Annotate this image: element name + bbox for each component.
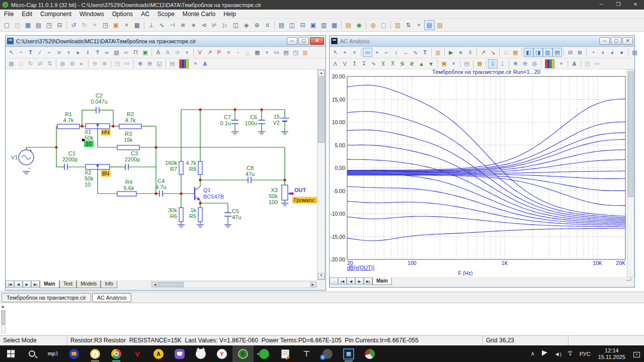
component-label[interactable]: 50k <box>85 175 94 182</box>
show-pin-connections-icon[interactable]: ◦ <box>233 48 243 57</box>
text-mode-icon[interactable]: T <box>26 48 35 57</box>
stepping-icon[interactable]: ⇅ <box>403 20 414 30</box>
go-left-icon[interactable]: ≶ <box>397 59 407 68</box>
menu-help[interactable]: Help <box>219 10 240 18</box>
tile-vertical-icon[interactable]: ◫ <box>287 20 297 30</box>
doc-tab[interactable]: Темброблок на транзисторе.cir <box>2 293 91 302</box>
rotate-part-icon[interactable]: ↻ <box>26 59 35 68</box>
first-page-button[interactable]: |◀ <box>6 281 14 288</box>
menu-monte-carlo[interactable]: Monte Carlo <box>179 10 219 18</box>
menu-options[interactable]: Options <box>108 10 137 18</box>
split-window-icon[interactable]: ▥ <box>318 20 329 30</box>
region-enable-icon[interactable]: ▧ <box>112 48 121 57</box>
show-conditions-icon[interactable]: × <box>224 48 233 57</box>
copy-icon[interactable]: ◳ <box>100 20 111 30</box>
show-power-icon[interactable]: P <box>214 48 224 57</box>
cascade-windows-icon[interactable]: ▤ <box>276 20 287 30</box>
cursor-vertical-icon[interactable]: ▥ <box>543 48 552 57</box>
rotate-3d-icon[interactable]: ◍ <box>368 20 378 30</box>
pan-menu-icon[interactable]: ▾ <box>350 48 359 57</box>
close-icon[interactable]: ✕ <box>622 37 633 45</box>
restore-icon[interactable]: ▢ <box>298 37 309 45</box>
close-icon[interactable]: ✕ <box>310 37 324 45</box>
component-label[interactable]: X1 <box>85 129 91 135</box>
menu-edit[interactable]: Edit <box>18 10 36 18</box>
browse-menu-icon[interactable]: ▾ <box>182 48 192 57</box>
close-panel-icon[interactable]: x <box>2 304 4 309</box>
nav-stop-icon[interactable]: ⊗ <box>100 59 109 68</box>
print-icon[interactable]: ⊟ <box>54 20 65 30</box>
schematic-hscrollbar[interactable]: ◀ ▶ <box>151 281 317 288</box>
component-label[interactable]: R4 <box>125 179 132 185</box>
select-mode-icon[interactable]: ↖ <box>7 48 16 57</box>
taskbar-yellow-triangle-app-icon[interactable]: A <box>148 345 169 362</box>
time-ruler-icon[interactable]: ▦ <box>475 59 485 68</box>
tab-main[interactable]: Main <box>372 278 392 285</box>
resistor-body[interactable] <box>198 161 202 174</box>
info-mode-icon[interactable]: i <box>83 48 93 57</box>
cursor-mode-icon[interactable]: + <box>372 48 382 57</box>
menu-ac[interactable]: AC <box>137 10 153 18</box>
stop-analysis-icon[interactable]: ■ <box>456 48 465 57</box>
component-label[interactable]: C1 <box>68 150 75 156</box>
shape-menu-icon[interactable]: ▾ <box>64 48 73 57</box>
pause-analysis-icon[interactable]: ‖ <box>465 48 475 57</box>
component-label[interactable]: 47u <box>246 171 255 177</box>
print-preview-icon[interactable]: ◳ <box>44 20 54 30</box>
connector-part-icon[interactable]: ⊕ <box>252 20 262 30</box>
goto-flag-icon[interactable]: ▸ <box>77 59 87 68</box>
component-label[interactable]: 15k <box>124 137 133 143</box>
align-cursors-2-icon[interactable]: Ξ <box>498 59 507 68</box>
clock[interactable]: 12:14 15.11.2025 <box>594 347 629 360</box>
go-right-icon[interactable]: ≷ <box>407 59 417 68</box>
component-label[interactable]: 5.6k <box>124 185 134 191</box>
schematic-vscrollbar[interactable]: ▲ ▼ <box>317 69 325 280</box>
performance-tag-mode-icon[interactable]: ∿ <box>411 48 420 57</box>
component-label[interactable]: 10 <box>85 182 91 188</box>
search-button[interactable] <box>21 345 42 362</box>
schematic-titlebar[interactable]: C:\Users\37529\Downloads\MC11\DATA\Тембр… <box>6 36 326 47</box>
find-part-icon[interactable]: ◎ <box>58 59 67 68</box>
sine-source-part-icon[interactable]: ∿ <box>156 20 167 30</box>
taskbar-badge-app-icon[interactable]: 6 <box>317 345 338 362</box>
plot-colors-icon[interactable] <box>545 59 554 68</box>
show-data-points-icon[interactable]: ▤ <box>462 59 471 68</box>
taskbar-music-circle-app-icon[interactable]: ♪ <box>85 345 106 362</box>
flag-mode-icon[interactable]: ▸ <box>73 48 83 57</box>
last-page-button[interactable]: ▶| <box>31 281 40 288</box>
taskbar-viber-icon[interactable]: ☎ <box>169 345 190 362</box>
node-snap-icon[interactable]: ⊹ <box>173 48 182 57</box>
undo-icon[interactable]: ↺ <box>68 20 79 30</box>
replace-text-icon[interactable]: A <box>163 48 173 57</box>
component-editor-icon[interactable]: ▤ <box>343 20 354 30</box>
component-label[interactable]: R6 <box>170 213 177 219</box>
color-palette-icon[interactable] <box>179 59 189 68</box>
delete-icon[interactable]: × <box>121 20 132 30</box>
taskbar-reaper-app-icon[interactable] <box>359 345 380 362</box>
tab-models[interactable]: Models <box>76 281 101 288</box>
run-analysis-icon[interactable]: ▶ <box>446 48 456 57</box>
component-label[interactable]: 4.7k <box>63 117 74 123</box>
model-program-icon[interactable]: ▥ <box>392 20 403 30</box>
redo-icon[interactable]: ↻ <box>79 20 90 30</box>
taskbar-notes-app-icon[interactable] <box>275 345 296 362</box>
menu-component[interactable]: Component <box>36 10 75 18</box>
taskbar-aimp-player-icon[interactable] <box>63 345 85 362</box>
cut-icon[interactable]: × <box>90 20 100 30</box>
resistor-body[interactable] <box>57 124 79 129</box>
node-part-icon[interactable]: ◈ <box>241 20 252 30</box>
new-file-icon[interactable]: ▢ <box>2 20 12 30</box>
page-thumb-icon[interactable]: ▤ <box>168 59 177 68</box>
opamp-part-icon[interactable]: ▷ <box>220 20 230 30</box>
language-indicator[interactable]: РУС <box>576 351 594 357</box>
menu-windows[interactable]: Windows <box>75 10 108 18</box>
sheet-settings-icon[interactable]: ▥ <box>300 48 310 57</box>
help-mode-icon[interactable]: ? <box>93 48 102 57</box>
component-label[interactable]: 50k <box>269 193 278 199</box>
horizontal-tag-mode-icon[interactable]: ↔ <box>401 48 411 57</box>
font-select-icon[interactable]: A <box>200 59 210 68</box>
taskbar-press-tool-app-icon[interactable]: ⊤ <box>296 345 317 362</box>
component-label[interactable]: 2200p <box>62 156 78 162</box>
ac-nav-button[interactable]: |◀ <box>338 278 347 285</box>
revert-file-icon[interactable]: ▤ <box>33 20 44 30</box>
